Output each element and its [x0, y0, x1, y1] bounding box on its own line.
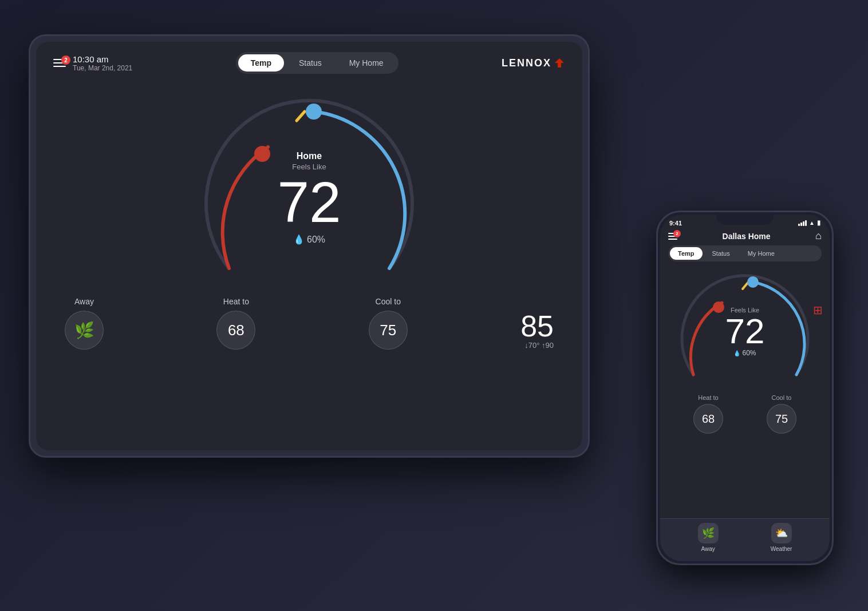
away-button[interactable]: 🌿 [65, 311, 104, 350]
svg-line-0 [297, 112, 305, 121]
phone-nav: Temp Status My Home [668, 245, 822, 261]
tablet-bottom-controls: Away 🌿 Heat to 68 Cool to 75 85 ↓70° ↑90 [36, 297, 582, 367]
thermostat-dial-area: Home Feels Like 72 💧 60% [36, 85, 582, 303]
card-icon[interactable]: ⊞ [813, 303, 823, 317]
tablet-date: Tue, Mar 2nd, 2021 [73, 64, 132, 72]
heat-handle [254, 146, 270, 162]
signal-icon [798, 220, 807, 226]
tablet-device: 2 10:30 am Tue, Mar 2nd, 2021 Temp Statu… [29, 34, 590, 458]
phone-humidity-icon: 💧 [733, 350, 740, 356]
phone-home-icon[interactable]: ⌂ [815, 230, 822, 242]
tablet-time: 10:30 am [73, 54, 132, 64]
humidity-value: 60% [307, 234, 325, 244]
phone-tab-my-home[interactable]: My Home [740, 247, 783, 260]
heat-to-value-display[interactable]: 68 [216, 311, 255, 350]
cool-handle [306, 104, 322, 120]
phone-cool-to-control: Cool to 75 [767, 394, 796, 434]
phone-notification-badge: 2 [673, 230, 681, 237]
leaf-icon: 🌿 [74, 321, 94, 340]
battery-icon: ▮ [817, 219, 820, 227]
phone-device: 9:41 ▲ ▮ [656, 211, 834, 565]
phone-dial-temperature: 72 [725, 314, 765, 349]
dial-humidity: 💧 60% [277, 234, 341, 245]
tablet-nav: Temp Status My Home [236, 52, 399, 74]
phone-bottom-bar: 🌿 Away ⛅ Weather [660, 518, 830, 561]
phone-tab-temp[interactable]: Temp [670, 247, 703, 260]
phone-heat-to-control: Heat to 68 [693, 394, 723, 434]
outdoor-temp-value: 85 [520, 311, 554, 341]
cool-to-value-display[interactable]: 75 [369, 311, 408, 350]
phone-away-label: Away [701, 546, 715, 552]
cool-to-control: Cool to 75 [369, 297, 408, 350]
tab-status[interactable]: Status [286, 54, 334, 72]
phone-heat-to-label: Heat to [698, 394, 718, 401]
phone-left-controls: 2 [668, 233, 677, 240]
wifi-icon: ▲ [809, 220, 815, 226]
tablet-header: 2 10:30 am Tue, Mar 2nd, 2021 Temp Statu… [36, 42, 582, 80]
phone-tab-status[interactable]: Status [704, 247, 738, 260]
phone-tab-weather[interactable]: ⛅ Weather [771, 523, 792, 552]
phone-weather-icon: ⛅ [771, 523, 792, 543]
phone-status-icons: ▲ ▮ [798, 219, 820, 227]
phone-weather-label: Weather [771, 546, 792, 552]
tablet-left-controls: 2 10:30 am Tue, Mar 2nd, 2021 [53, 54, 132, 72]
phone-heat-to-value[interactable]: 68 [693, 404, 723, 434]
dial-location-label: Home [277, 151, 341, 161]
scene: 2 10:30 am Tue, Mar 2nd, 2021 Temp Statu… [0, 0, 868, 611]
phone-title: Dallas Home [723, 232, 771, 241]
phone-dial-wrapper[interactable]: Feels Like 72 💧 60% [676, 266, 814, 392]
svg-point-2 [713, 301, 724, 313]
lennox-logo-icon [554, 57, 565, 69]
humidity-icon: 💧 [293, 234, 305, 245]
lennox-logo-text: LENNOX [502, 57, 551, 69]
phone-menu-button[interactable]: 2 [668, 233, 677, 240]
menu-button[interactable]: 2 [53, 59, 66, 67]
phone-screen: 9:41 ▲ ▮ [660, 215, 830, 561]
tab-my-home[interactable]: My Home [337, 54, 396, 72]
phone-dial-area: Feels Like 72 💧 60% [660, 266, 830, 392]
svg-point-3 [747, 276, 759, 288]
tablet-screen: 2 10:30 am Tue, Mar 2nd, 2021 Temp Statu… [36, 42, 582, 450]
phone-bottom-controls: Heat to 68 Cool to 75 [660, 390, 830, 438]
tab-temp[interactable]: Temp [238, 54, 284, 72]
away-control: Away 🌿 [65, 297, 104, 350]
lennox-logo: LENNOX [502, 57, 565, 69]
dial-temperature: 72 [277, 173, 341, 231]
phone-away-icon: 🌿 [698, 523, 719, 543]
outdoor-temp-range: ↓70° ↑90 [520, 341, 554, 350]
phone-cool-to-label: Cool to [772, 394, 792, 401]
phone-notch [716, 212, 774, 225]
heat-to-control: Heat to 68 [216, 297, 255, 350]
dial-wrapper[interactable]: Home Feels Like 72 💧 60% [189, 85, 429, 303]
outdoor-temperature: 85 ↓70° ↑90 [520, 311, 554, 350]
phone-tab-away[interactable]: 🌿 Away [698, 523, 719, 552]
phone-time: 9:41 [669, 220, 682, 227]
phone-header: 2 Dallas Home ⌂ [660, 227, 830, 245]
phone-cool-to-value[interactable]: 75 [767, 404, 796, 434]
dial-center: Home Feels Like 72 💧 60% [277, 151, 341, 245]
phone-humidity-value: 60% [742, 349, 756, 357]
phone-dial-center: Feels Like 72 💧 60% [725, 307, 765, 357]
notification-badge: 2 [61, 55, 70, 65]
tablet-datetime: 10:30 am Tue, Mar 2nd, 2021 [73, 54, 132, 72]
